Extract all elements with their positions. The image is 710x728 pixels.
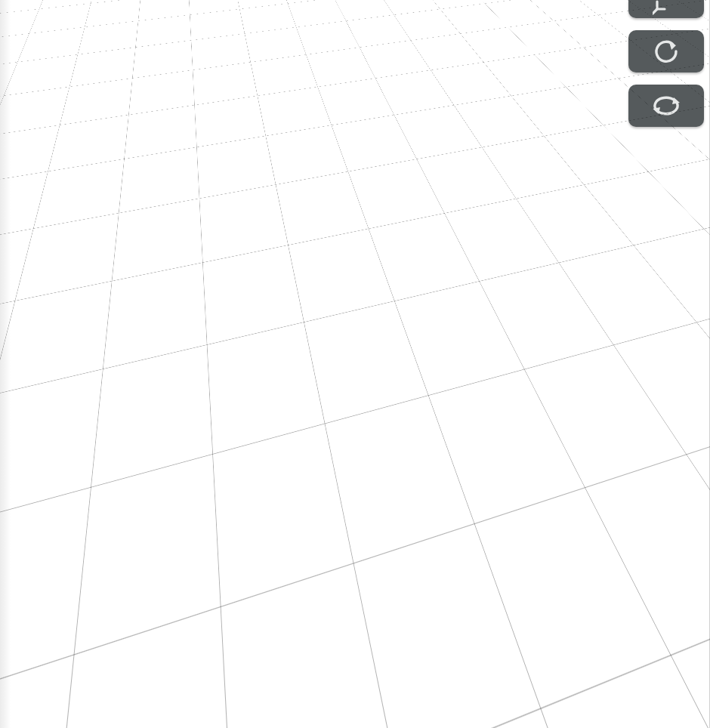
- reset-button[interactable]: [628, 30, 704, 72]
- reset-arrow-icon: [651, 36, 681, 66]
- svg-line-0: [653, 9, 657, 14]
- sync-button[interactable]: [628, 85, 704, 127]
- viewport-3d[interactable]: [0, 0, 710, 728]
- sync-arrows-icon: [650, 91, 683, 121]
- collapse-arrows-icon: [653, 0, 680, 15]
- collapse-button[interactable]: [628, 0, 704, 18]
- viewport-toolbar: [628, 0, 704, 127]
